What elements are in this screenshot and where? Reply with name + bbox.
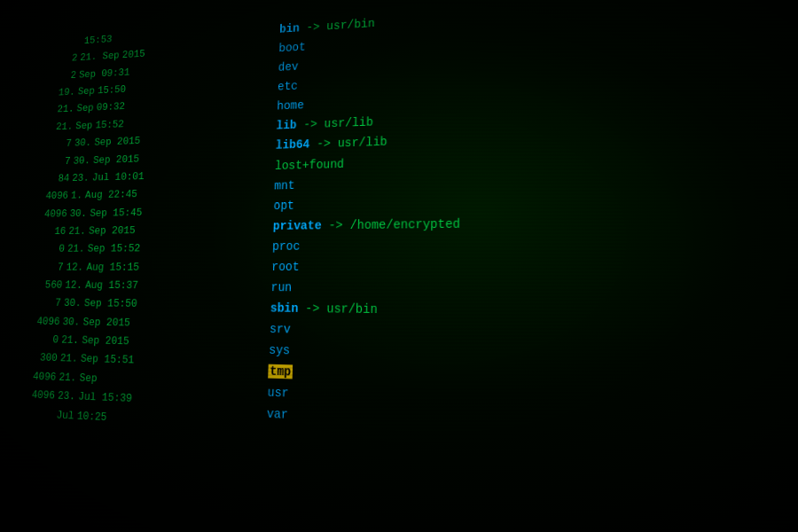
- right-column: bin -> usr/bin boot dev etc home lib: [241, 0, 775, 458]
- list-item: proc: [272, 232, 765, 257]
- list-item: 7 12. Aug 15:15: [26, 258, 247, 277]
- list-item: 0 21. Sep 15:52: [27, 239, 248, 259]
- list-item: root: [271, 255, 766, 278]
- terminal-screen: 15:53 2 21. Sep 2015 2 Sep 09:31 19. Sep…: [0, 0, 798, 532]
- list-item: 560 12. Aug 15:37: [25, 277, 247, 296]
- left-column: 15:53 2 21. Sep 2015 2 Sep 09:31 19. Sep…: [8, 14, 256, 434]
- terminal-content: 15:53 2 21. Sep 2015 2 Sep 09:31 19. Sep…: [0, 0, 798, 532]
- list-item: 16 21. Sep 2015: [28, 221, 249, 241]
- terminal-grid: 15:53 2 21. Sep 2015 2 Sep 09:31 19. Sep…: [0, 0, 798, 484]
